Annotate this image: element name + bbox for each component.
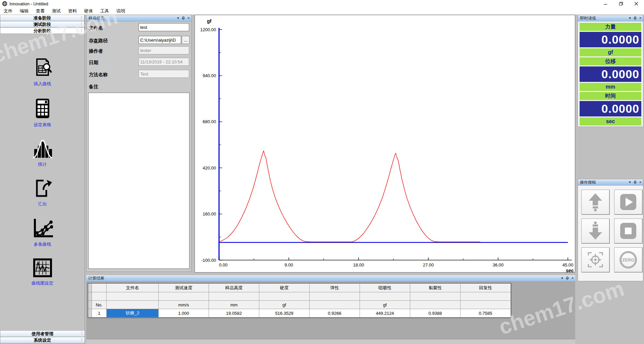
system-settings-button[interactable]: 系统设定⋮ <box>0 337 85 343</box>
run-button[interactable] <box>614 190 642 214</box>
col-header[interactable]: 弹性 <box>310 284 360 292</box>
menu-edit[interactable]: 编辑 <box>16 8 32 14</box>
browse-button[interactable]: ... <box>182 36 190 44</box>
tool-label: 曲线图设定 <box>32 280 53 286</box>
unit-cell: gf <box>360 301 410 309</box>
tool-set-table[interactable]: 设定表格 <box>34 98 51 128</box>
date-field: 11/13/2019 - 22:10:54 <box>139 58 189 66</box>
menu-data[interactable]: 资料 <box>64 8 80 14</box>
tool-statistics[interactable]: 统计 <box>32 139 53 167</box>
tool-chart-settings[interactable]: 曲线图设定 <box>32 258 53 286</box>
path-input[interactable]: C:\Users\aiyaziji\D <box>139 36 181 44</box>
tool-multi-curve[interactable]: 多条曲线 <box>32 218 53 247</box>
chevron-down-icon[interactable]: ▼ <box>629 181 632 184</box>
stage-button-prepare[interactable]: 准备阶段⋮ <box>0 15 85 21</box>
svg-text:36.00: 36.00 <box>493 262 504 267</box>
stage-button-analysis[interactable]: 分析阶段⋮ <box>0 28 85 34</box>
date-label: 日期 <box>89 60 98 66</box>
svg-text:-100.00: -100.00 <box>201 258 216 263</box>
col-header[interactable]: 测试速度 <box>159 284 209 292</box>
menu-hardware[interactable]: 硬体 <box>80 8 97 14</box>
horizontal-scrollbar[interactable] <box>86 339 575 344</box>
result-cell-filename[interactable]: 软糖_2 <box>107 309 159 317</box>
force-value: 0.0000 <box>580 32 641 47</box>
time-label: 时间 <box>580 92 641 100</box>
svg-text:680.00: 680.00 <box>203 119 216 124</box>
close-panel-icon[interactable]: ✕ <box>639 16 642 20</box>
move-up-button[interactable] <box>581 190 609 214</box>
menu-test[interactable]: 测试 <box>48 8 64 14</box>
stop-button[interactable] <box>614 218 642 243</box>
row-selector[interactable] <box>88 309 92 317</box>
calculation-results-panel: 计算结果 ▼ ✕ 文件名 测试速度 样品高度 硬度 弹性 咀嚼性 黏聚性 回复性… <box>86 275 575 344</box>
col-header[interactable]: 文件名 <box>107 284 159 292</box>
col-header[interactable]: 硬度 <box>259 284 310 292</box>
close-panel-icon[interactable]: ✕ <box>571 277 574 280</box>
chevron-down-icon[interactable]: ▼ <box>177 16 180 20</box>
tool-label: 统计 <box>38 161 47 167</box>
pin-icon[interactable] <box>634 16 637 20</box>
pin-icon[interactable] <box>182 16 185 20</box>
grip-dots: ⋮ <box>80 22 83 26</box>
col-header[interactable]: 咀嚼性 <box>360 284 410 292</box>
zero-button[interactable]: ZERO <box>614 247 642 272</box>
menu-file[interactable]: 文件 <box>0 8 16 14</box>
window-title: Innovation - Untitled <box>9 1 48 6</box>
pin-icon[interactable] <box>566 277 569 280</box>
export-icon <box>33 179 53 199</box>
chevron-down-icon[interactable]: ▼ <box>561 277 564 280</box>
svg-text:45.00: 45.00 <box>562 262 574 267</box>
col-header[interactable]: 样品高度 <box>209 284 259 292</box>
grip-dots: ⋮ <box>80 16 83 19</box>
filename-input[interactable]: test <box>139 23 189 31</box>
result-cell[interactable]: 449.2124 <box>360 309 410 317</box>
readings-header: 即时读值 ▼ ✕ <box>578 15 643 21</box>
unit-cell: mm <box>209 301 259 309</box>
tool-insert-curve[interactable]: 插入曲线 <box>32 58 53 87</box>
unit-cell <box>410 301 461 309</box>
user-management-button[interactable]: 使用者管理⋮ <box>0 331 85 337</box>
result-cell[interactable]: 516.3529 <box>259 309 310 317</box>
minimize-button[interactable] <box>598 0 613 7</box>
col-no-header <box>92 284 107 292</box>
stage-button-test[interactable]: 测试阶段⋮ <box>0 21 85 28</box>
result-cell[interactable]: 19.0582 <box>209 309 259 317</box>
calculator-icon <box>34 98 51 120</box>
statistics-icon <box>32 139 53 160</box>
panel-title: 操作按钮 <box>580 180 629 185</box>
insert-curve-icon <box>32 58 53 79</box>
time-unit: sec <box>580 117 641 126</box>
result-cell[interactable]: 0.7585 <box>461 309 511 317</box>
close-button[interactable] <box>629 0 644 7</box>
col-header[interactable]: 回复性 <box>461 284 511 292</box>
svg-text:27.00: 27.00 <box>423 262 434 267</box>
method-label: 方法名称 <box>89 72 108 78</box>
operator-field: tester <box>139 46 189 54</box>
play-icon <box>620 193 637 211</box>
target-button[interactable] <box>581 247 609 272</box>
result-cell[interactable]: 1.000 <box>159 309 209 317</box>
close-panel-icon[interactable]: ✕ <box>187 16 190 20</box>
grip-dots: ⋮ <box>80 338 84 341</box>
pin-icon[interactable] <box>634 181 637 184</box>
col-header[interactable]: 黏聚性 <box>410 284 461 292</box>
tool-label: 多条曲线 <box>34 241 51 247</box>
svg-text:9.00: 9.00 <box>284 262 293 267</box>
target-icon <box>586 251 604 269</box>
result-cell[interactable]: 0.9266 <box>310 309 360 317</box>
up-arrow-icon <box>587 193 604 211</box>
panel-title: 样品信息 <box>89 15 177 21</box>
menu-tools[interactable]: 工具 <box>97 8 113 14</box>
remark-textarea[interactable] <box>88 93 190 269</box>
restore-button[interactable] <box>613 0 629 7</box>
sample-info-header: 样品信息 ▼ ✕ <box>87 15 191 21</box>
chevron-down-icon[interactable]: ▼ <box>629 16 632 20</box>
force-unit: gf <box>580 48 641 56</box>
panel-title: 即时读值 <box>580 15 629 21</box>
tool-export[interactable]: 汇出 <box>33 179 53 207</box>
menu-help[interactable]: 说明 <box>113 8 129 14</box>
move-down-button[interactable] <box>581 218 609 243</box>
menu-view[interactable]: 查看 <box>32 8 48 14</box>
result-cell[interactable]: 0.9388 <box>410 309 461 317</box>
close-panel-icon[interactable]: ✕ <box>639 181 642 184</box>
